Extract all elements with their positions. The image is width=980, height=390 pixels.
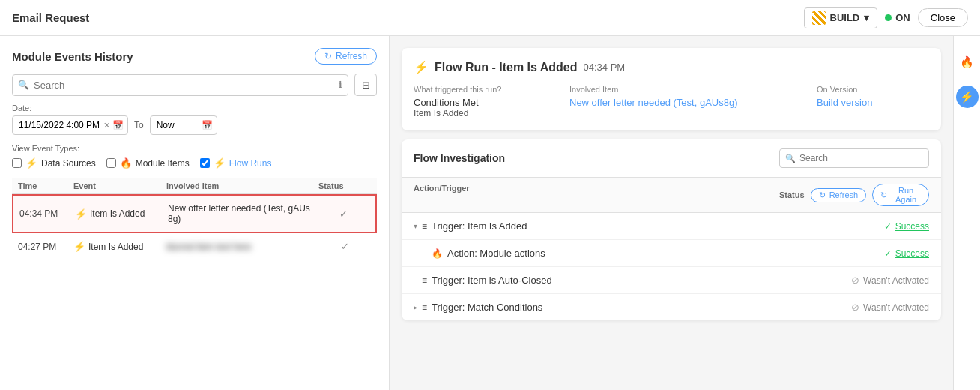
lightning-icon: ⚡ — [75, 208, 87, 220]
neutral-icon: ⊘ — [851, 302, 859, 313]
event-types-row: ⚡ Data Sources 🔥 Module Items ⚡ Flow Run… — [12, 158, 377, 169]
triggered-label: What triggered this run? — [414, 85, 563, 94]
top-header: Email Request BUILD ▾ ON Close — [0, 0, 980, 36]
row-time: 04:27 PM — [18, 242, 70, 252]
data-sources-checkbox[interactable] — [12, 158, 22, 168]
build-icon — [812, 11, 826, 25]
calendar-icon[interactable]: 📅 — [112, 120, 124, 130]
module-items-checkbox[interactable] — [106, 158, 116, 168]
right-sidebar: 🔥 ⚡ — [953, 36, 980, 390]
build-label: BUILD — [830, 12, 860, 23]
search-row: 🔍 ℹ ⊟ — [12, 74, 377, 96]
trigger-icon: ≡ — [422, 302, 427, 313]
involved-link[interactable]: New offer letter needed (Test, gAUs8g) — [569, 97, 738, 108]
fi-col-status-header: Status ↻ Refresh ↻ Run Again — [779, 184, 929, 206]
filter-button[interactable]: ⊟ — [354, 74, 377, 96]
fi-row-status: ✓ Success — [779, 248, 929, 259]
refresh-label: Refresh — [336, 51, 367, 62]
search-input[interactable] — [12, 74, 348, 96]
version-link[interactable]: Build version — [817, 97, 872, 108]
panel-title: Module Events History — [12, 50, 133, 63]
chevron-down-icon: ▾ — [864, 12, 869, 23]
check-icon: ✓ — [339, 208, 348, 220]
triggered-value: Conditions Met — [414, 97, 563, 108]
sidebar-lightning-icon[interactable]: ⚡ — [956, 86, 979, 108]
expand-icon[interactable]: ▸ — [414, 303, 417, 311]
left-panel: Module Events History ↻ Refresh 🔍 ℹ ⊟ Da… — [0, 36, 390, 390]
fi-row-name: ▸ ≡ Trigger: Item is Auto-Closed — [414, 274, 779, 286]
date-to-label: To — [134, 120, 144, 130]
date-label: Date: — [12, 104, 377, 112]
table-row[interactable]: 04:34 PM ⚡ Item Is Added New offer lette… — [12, 194, 377, 233]
flow-runs-checkbox[interactable] — [200, 158, 210, 168]
sidebar-flame-icon[interactable]: 🔥 — [956, 51, 979, 74]
action-icon: 🔥 — [432, 248, 443, 259]
panel-header: Module Events History ↻ Refresh — [12, 48, 377, 64]
success-check-icon: ✓ — [884, 221, 892, 232]
refresh-button[interactable]: ↻ Refresh — [315, 48, 377, 64]
col-event: Event — [73, 182, 163, 190]
neutral-badge: Wasn't Activated — [863, 302, 929, 313]
table-header: Time Event Involved Item Status — [12, 178, 377, 194]
search-input-wrap: 🔍 ℹ — [12, 74, 348, 96]
neutral-icon: ⊘ — [851, 274, 859, 286]
fi-row[interactable]: 🔥 Action: Module actions ✓ Success — [402, 240, 941, 267]
event-type-data-sources[interactable]: ⚡ Data Sources — [12, 158, 96, 169]
module-items-icon: 🔥 — [120, 158, 132, 169]
event-type-flow-runs[interactable]: ⚡ Flow Runs — [200, 158, 272, 169]
filter-icon: ⊟ — [362, 80, 370, 91]
calendar-to-icon[interactable]: 📅 — [202, 120, 213, 130]
trigger-icon: ≡ — [422, 275, 427, 286]
date-row: ✕ 📅 To 📅 — [12, 116, 377, 135]
date-clear-icon[interactable]: ✕ — [103, 121, 110, 130]
fi-refresh-button[interactable]: ↻ Refresh — [811, 188, 867, 202]
fi-row-name: ▾ ≡ Trigger: Item Is Added — [414, 220, 779, 232]
flow-runs-label: Flow Runs — [229, 158, 272, 169]
event-type-module-items[interactable]: 🔥 Module Items — [106, 158, 190, 169]
row-event: ⚡ Item Is Added — [73, 241, 163, 252]
row-item: New offer letter needed (Test, gAUs 8g) — [168, 203, 314, 224]
close-button[interactable]: Close — [918, 8, 968, 27]
col-time: Time — [18, 182, 70, 190]
fi-search-wrap: 🔍 — [779, 148, 929, 168]
involved-col: Involved Item New offer letter needed (T… — [569, 85, 811, 118]
fi-row-status: ⊘ Wasn't Activated — [779, 302, 929, 313]
table-body: 04:34 PM ⚡ Item Is Added New offer lette… — [12, 194, 377, 378]
fi-row[interactable]: ▾ ≡ Trigger: Item Is Added ✓ Success — [402, 213, 941, 240]
fi-row-status: ✓ Success — [779, 221, 929, 232]
version-label: On Version — [817, 85, 929, 94]
on-label: ON — [895, 12, 910, 23]
data-sources-icon: ⚡ — [25, 158, 37, 169]
search-icon: 🔍 — [18, 80, 29, 90]
flow-investigation-card: Flow Investigation 🔍 Action/Trigger Stat… — [402, 140, 941, 320]
involved-label: Involved Item — [569, 85, 811, 94]
fi-row-status: ⊘ Wasn't Activated — [779, 274, 929, 286]
header-actions: BUILD ▾ ON Close — [804, 8, 968, 28]
success-badge[interactable]: Success — [895, 221, 929, 232]
date-from-input[interactable] — [12, 116, 128, 135]
fi-run-again-button[interactable]: ↻ Run Again — [872, 184, 929, 206]
version-col: On Version Build version — [817, 85, 929, 118]
flow-run-lightning-icon: ⚡ — [414, 60, 429, 74]
row-status: ✓ — [318, 241, 371, 252]
table-row[interactable]: 04:27 PM ⚡ Item Is Added blurred item te… — [12, 233, 377, 260]
fi-row[interactable]: ▸ ≡ Trigger: Match Conditions ⊘ Wasn't A… — [402, 294, 941, 320]
fi-row[interactable]: ▸ ≡ Trigger: Item is Auto-Closed ⊘ Wasn'… — [402, 267, 941, 294]
success-badge[interactable]: Success — [895, 248, 929, 259]
trigger-icon: ≡ — [422, 221, 427, 232]
row-event: ⚡ Item Is Added — [75, 208, 165, 220]
info-icon[interactable]: ℹ — [339, 80, 342, 90]
col-status: Status — [318, 182, 371, 190]
neutral-badge: Wasn't Activated — [863, 275, 929, 286]
fi-col-action: Action/Trigger — [414, 184, 779, 206]
flow-runs-icon: ⚡ — [214, 158, 226, 169]
event-types-label: View Event Types: — [12, 144, 377, 153]
refresh-icon: ↻ — [324, 51, 332, 62]
expand-icon[interactable]: ▾ — [414, 222, 417, 230]
flow-run-details: What triggered this run? Conditions Met … — [414, 85, 929, 118]
row-time: 04:34 PM — [19, 208, 72, 219]
row-status: ✓ — [317, 208, 369, 220]
build-selector[interactable]: BUILD ▾ — [804, 8, 878, 28]
right-panel: ⚡ Flow Run - Item Is Added 04:34 PM What… — [390, 36, 953, 390]
fi-search-input[interactable] — [779, 148, 929, 168]
